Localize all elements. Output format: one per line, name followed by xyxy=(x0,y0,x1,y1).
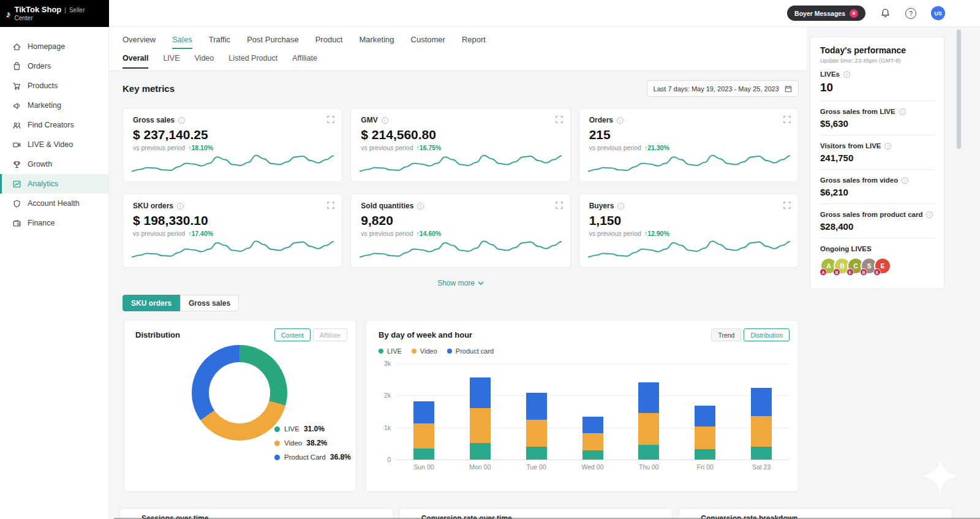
sidebar-item-marketing[interactable]: Marketing xyxy=(0,96,108,115)
expand-button[interactable] xyxy=(327,202,334,211)
legend-dot-icon xyxy=(412,349,417,354)
change-prefix: vs previous period xyxy=(133,144,185,151)
distribution-card: Distribution ContentAffiliate LIVE31.0%V… xyxy=(124,320,356,492)
info-icon[interactable] xyxy=(177,203,184,210)
metric-sparkline-chart xyxy=(132,151,334,178)
show-more-label: Show more xyxy=(437,279,475,287)
dist-toggle-content[interactable]: Content xyxy=(274,328,311,341)
app-root: ♪ TikTok Shop | Seller Center HomepageOr… xyxy=(0,0,980,519)
legend-label: Product card xyxy=(456,347,494,355)
tiktok-note-icon: ♪ xyxy=(6,9,11,19)
today-metric-value: $5,630 xyxy=(820,118,934,129)
info-icon[interactable] xyxy=(926,211,933,218)
info-icon[interactable] xyxy=(617,203,624,210)
info-icon[interactable] xyxy=(417,203,424,210)
bar-segment-product-card xyxy=(638,382,659,413)
subtab-affiliate[interactable]: Affiliate xyxy=(292,54,317,69)
live-badge-icon: E xyxy=(873,268,881,276)
brand-subtitle: Seller xyxy=(69,7,85,15)
sidebar-item-live-video[interactable]: LIVE & Video xyxy=(0,135,108,154)
today-title: Today's performance xyxy=(820,45,934,55)
x-axis-label: Tue 00 xyxy=(508,463,565,471)
subtab-overall[interactable]: Overall xyxy=(123,54,148,69)
info-icon[interactable] xyxy=(178,117,185,124)
bar-segment-live xyxy=(470,443,491,460)
expand-button[interactable] xyxy=(783,116,791,125)
info-icon[interactable] xyxy=(617,117,624,124)
metric-toggle-gross-sales[interactable]: Gross sales xyxy=(180,295,239,311)
subtab-video[interactable]: Video xyxy=(195,54,214,69)
metric-toggle-sku-orders[interactable]: SKU orders xyxy=(123,295,180,311)
tab-report[interactable]: Report xyxy=(462,35,486,49)
week-toggle-group: TrendDistribution xyxy=(711,328,790,341)
sidebar-item-orders[interactable]: Orders xyxy=(0,56,108,76)
notifications-button[interactable] xyxy=(880,8,891,18)
tab-product[interactable]: Product xyxy=(315,35,343,49)
home-icon xyxy=(12,42,21,51)
metric-sparkline-chart xyxy=(360,151,562,178)
metric-sparkline-chart xyxy=(132,237,334,264)
today-metrics-list: LIVEs10Gross sales from LIVE$5,630Visito… xyxy=(820,70,934,238)
metric-card-value: 9,820 xyxy=(361,213,560,228)
info-icon[interactable] xyxy=(382,117,388,124)
date-range-label: Last 7 days: May 19, 2023 - May 25, 2023 xyxy=(654,85,779,93)
user-avatar[interactable]: US xyxy=(931,6,945,20)
bar-slot xyxy=(733,363,790,460)
metric-card-label-row: GMV xyxy=(361,116,560,124)
subtab-listed-product[interactable]: Listed Product xyxy=(228,54,277,69)
calendar-icon xyxy=(785,85,792,93)
help-button[interactable] xyxy=(905,8,916,19)
sidebar-item-finance[interactable]: Finance xyxy=(0,213,108,233)
live-avatar-5[interactable]: EE xyxy=(874,257,891,275)
divider xyxy=(820,135,934,135)
topbar: Boyer Messages 8 US xyxy=(109,0,980,27)
info-icon[interactable] xyxy=(884,143,891,150)
sidebar-item-growth[interactable]: Growth xyxy=(0,154,108,174)
week-toggle-distribution[interactable]: Distribution xyxy=(744,328,790,341)
sidebar-item-find-creators[interactable]: Find Creators xyxy=(0,115,108,135)
bar-slot xyxy=(620,363,677,460)
sidebar-item-account-health[interactable]: Account Health xyxy=(0,194,108,213)
today-metric-label-row: Gross sales from video xyxy=(820,176,934,184)
dist-toggle-affiliate[interactable]: Affiliate xyxy=(313,328,347,341)
live-badge-icon: B xyxy=(833,268,840,276)
metric-card-value: 1,150 xyxy=(589,213,788,228)
vertical-scrollbar[interactable] xyxy=(957,29,961,149)
today-metric-label: LIVEs xyxy=(820,70,840,78)
sidebar-item-analytics[interactable]: Analytics xyxy=(0,174,108,194)
distribution-legend-item: LIVE31.0% xyxy=(274,425,351,433)
subtab-live[interactable]: LIVE xyxy=(163,54,179,69)
show-more-button[interactable]: Show more xyxy=(437,279,484,287)
sidebar-item-products[interactable]: Products xyxy=(0,76,108,96)
tab-sales[interactable]: Sales xyxy=(172,35,192,49)
expand-button[interactable] xyxy=(556,202,563,211)
tab-post-purchase[interactable]: Post Purchase xyxy=(247,35,299,49)
tab-overview[interactable]: Overview xyxy=(123,35,156,49)
date-range-picker[interactable]: Last 7 days: May 19, 2023 - May 25, 2023 xyxy=(647,80,799,97)
info-icon[interactable] xyxy=(899,108,906,115)
x-axis-label: Sat 23 xyxy=(733,463,790,471)
expand-button[interactable] xyxy=(327,116,334,125)
today-metric-label: Gross sales from product card xyxy=(820,211,922,218)
metric-card-change-row: vs previous period14.60% xyxy=(361,230,560,237)
tab-customer[interactable]: Customer xyxy=(411,35,445,49)
expand-button[interactable] xyxy=(556,116,563,125)
tab-marketing[interactable]: Marketing xyxy=(359,35,394,49)
metric-card-change-row: vs previous period12.90% xyxy=(589,230,788,237)
week-toggle-trend[interactable]: Trend xyxy=(711,328,741,341)
tab-traffic[interactable]: Traffic xyxy=(209,35,230,49)
info-icon[interactable] xyxy=(843,71,850,78)
bar-segment-live xyxy=(695,449,715,460)
bar-slot xyxy=(452,363,508,460)
messages-button[interactable]: Boyer Messages 8 xyxy=(787,6,865,21)
sidebar-item-homepage[interactable]: Homepage xyxy=(0,37,108,56)
x-axis-label: Mon 00 xyxy=(452,463,508,471)
expand-icon xyxy=(783,116,791,123)
gridline: 0 xyxy=(396,460,790,460)
today-metric-label-row: Gross sales from LIVE xyxy=(820,108,934,115)
info-icon[interactable] xyxy=(902,177,908,184)
live-badge-icon: B xyxy=(860,268,867,276)
change-prefix: vs previous period xyxy=(361,144,413,151)
stacked-bar-tue-00 xyxy=(526,393,547,460)
expand-button[interactable] xyxy=(783,202,791,211)
